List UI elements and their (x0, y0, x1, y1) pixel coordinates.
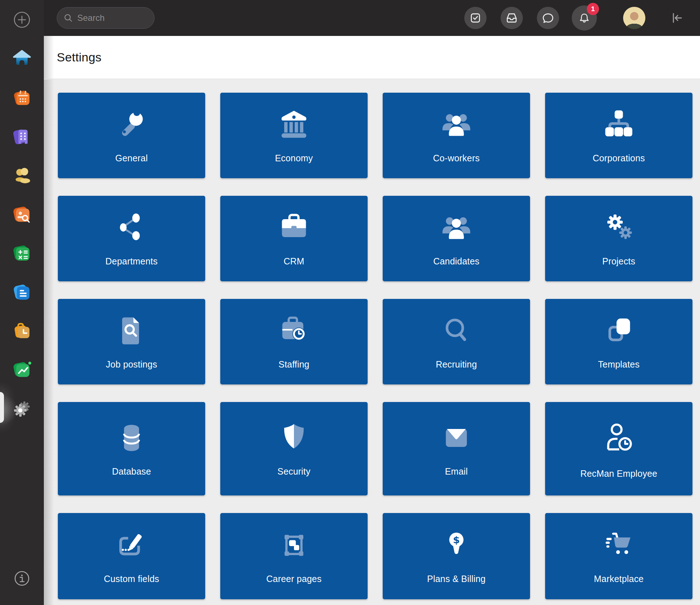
page-title: Settings (57, 50, 101, 64)
sidebar-item-payroll[interactable] (11, 165, 33, 187)
app-sidebar (0, 0, 44, 605)
bulb-dollar-icon: $ (439, 528, 473, 562)
tile-recman-employee[interactable]: RecMan Employee (545, 402, 692, 495)
tile-label: Plans & Billing (427, 574, 486, 584)
stacked-squares-icon (602, 314, 636, 348)
global-search[interactable] (57, 7, 155, 29)
add-icon (13, 11, 31, 28)
calendar-icon (12, 88, 32, 108)
org-chart-icon (602, 108, 636, 142)
tile-career-pages[interactable]: Career pages (220, 513, 368, 599)
shield-icon (277, 421, 311, 455)
tile-candidates[interactable]: Candidates (383, 196, 530, 281)
sidebar-item-reports[interactable] (11, 359, 33, 381)
tile-label: General (115, 153, 148, 163)
tile-label: Security (277, 466, 310, 477)
settings-content: General Economy Co-workers (44, 79, 700, 605)
tile-label: Corporations (593, 153, 645, 163)
sidebar-item-settings[interactable] (11, 398, 33, 420)
database-icon (115, 421, 148, 455)
tile-co-workers[interactable]: Co-workers (383, 93, 530, 178)
tasks-button[interactable] (464, 7, 487, 29)
tile-label: CRM (284, 256, 304, 267)
tile-plans-billing[interactable]: $ Plans & Billing (383, 513, 530, 599)
tile-label: Staffing (278, 359, 309, 370)
inbox-button[interactable] (501, 7, 523, 29)
sidebar-item-time-tracking[interactable] (11, 320, 33, 342)
sidebar-item-schedule[interactable] (11, 87, 33, 109)
tile-crm[interactable]: CRM (220, 196, 368, 281)
user-avatar[interactable] (623, 7, 645, 29)
tile-label: Email (445, 466, 468, 477)
tile-marketplace[interactable]: Marketplace (545, 513, 692, 599)
active-item-indicator (0, 392, 4, 423)
shopping-cart-icon (602, 528, 636, 562)
chat-button[interactable] (537, 7, 559, 29)
sidebar-item-candidate-search[interactable] (11, 204, 33, 226)
tile-label: Templates (598, 359, 640, 370)
tile-security[interactable]: Security (220, 402, 368, 495)
sidebar-item-documents[interactable] (11, 281, 33, 304)
chart-reports-icon (12, 360, 32, 380)
tile-label: Departments (105, 256, 157, 267)
sidebar-item-info[interactable] (11, 567, 33, 590)
briefcase-time-icon (12, 321, 32, 341)
tile-staffing[interactable]: Staffing (220, 299, 368, 384)
sidebar-item-companies[interactable] (11, 126, 33, 148)
tile-corporations[interactable]: Corporations (545, 93, 692, 178)
document-search-icon (115, 314, 148, 348)
page-header: Settings (44, 36, 700, 79)
envelope-icon (439, 421, 473, 455)
tile-label: Marketplace (594, 574, 644, 584)
sidebar-item-add[interactable] (11, 9, 33, 31)
tile-label: Recruiting (436, 359, 477, 370)
candidate-search-icon (12, 205, 32, 225)
gears-icon (602, 211, 636, 245)
settings-gears-icon (12, 399, 32, 419)
tile-label: Candidates (433, 256, 479, 267)
tile-general[interactable]: General (58, 93, 205, 178)
tile-templates[interactable]: Templates (545, 299, 692, 384)
documents-icon (12, 282, 32, 302)
tile-label: Job postings (106, 359, 157, 370)
tile-label: RecMan Employee (580, 468, 657, 479)
bank-icon (277, 108, 311, 142)
wrench-icon (115, 108, 148, 142)
notification-badge: 1 (587, 3, 599, 15)
tile-custom-fields[interactable]: Custom fields (58, 513, 205, 599)
tile-projects[interactable]: Projects (545, 196, 692, 281)
tasks-icon (469, 12, 482, 24)
tile-job-postings[interactable]: Job postings (58, 299, 205, 384)
search-icon (64, 13, 73, 23)
collapse-sidebar-icon (670, 11, 684, 25)
coins-payroll-icon (12, 166, 32, 186)
people-group-icon (439, 108, 473, 142)
bell-icon (578, 12, 590, 24)
tile-label: Co-workers (433, 153, 480, 163)
collapse-sidebar-button[interactable] (670, 11, 684, 25)
search-input[interactable] (77, 13, 142, 23)
tile-economy[interactable]: Economy (220, 93, 368, 178)
person-clock-icon (600, 419, 638, 457)
share-nodes-icon (115, 211, 148, 245)
settings-grid: General Economy Co-workers (58, 93, 700, 599)
tile-label: Career pages (266, 574, 322, 584)
home-icon (12, 49, 32, 69)
tile-email[interactable]: Email (383, 402, 530, 495)
pencil-box-icon (115, 528, 148, 562)
sidebar-item-economy[interactable] (11, 243, 33, 265)
artboard-frame-icon (277, 528, 311, 562)
tile-label: Custom fields (104, 574, 159, 584)
tile-recruiting[interactable]: Recruiting (383, 299, 530, 384)
magnifier-icon (439, 314, 473, 348)
calculator-icon (12, 244, 32, 264)
tile-label: Database (112, 466, 151, 477)
company-building-icon (12, 127, 32, 147)
tile-departments[interactable]: Departments (58, 196, 205, 281)
notifications-button[interactable]: 1 (572, 5, 597, 31)
tile-label: Projects (602, 256, 635, 267)
sidebar-item-home[interactable] (11, 47, 33, 70)
topbar: 1 (44, 0, 700, 36)
info-icon (13, 570, 31, 587)
tile-database[interactable]: Database (58, 402, 205, 495)
